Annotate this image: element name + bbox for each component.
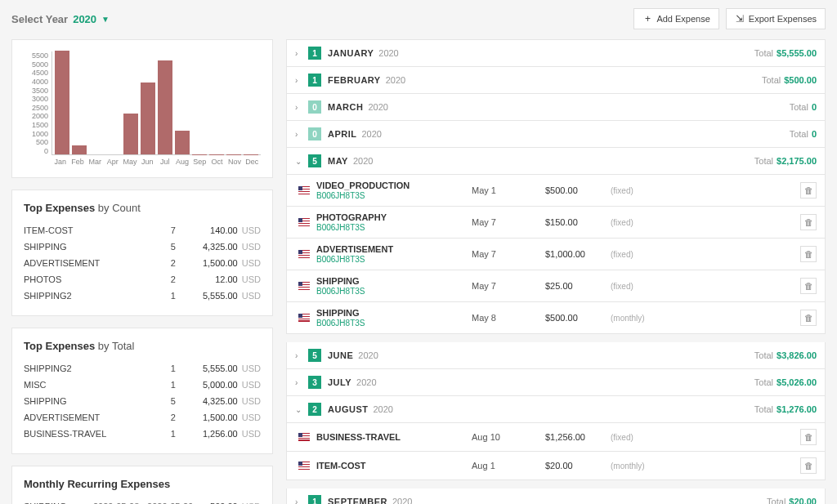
month-header-row[interactable]: ⌄ 5 MAY 2020 Total $2,175.00 [286, 148, 826, 175]
delete-button[interactable]: 🗑 [800, 182, 817, 198]
expense-name: SHIPPING [316, 276, 472, 286]
month-name: JANUARY [328, 48, 374, 58]
expense-row: SHIPPINGB006JH8T3S May 8 $500.00 (monthl… [286, 302, 826, 334]
delete-button[interactable]: 🗑 [800, 214, 817, 230]
count-badge: 1 [308, 495, 321, 504]
month-name: SEPTEMBER [328, 497, 387, 504]
expense-row: ADVERTISEMENTB006JH8T3S May 7 $1,000.00 … [286, 239, 826, 270]
top-expenses-by-total-card: Top Expenses by Total SHIPPING215,555.00… [11, 328, 273, 454]
total-label: Total [762, 75, 781, 85]
monthly-chart-card: 5500500045004000350030002500200015001000… [11, 39, 273, 178]
plus-icon: + [642, 14, 652, 24]
month-name: MAY [328, 156, 348, 166]
total-label: Total [754, 156, 773, 166]
chart-y-axis: 5500500045004000350030002500200015001000… [24, 51, 51, 155]
year-selector-label: Select Year [11, 13, 68, 25]
delete-button[interactable]: 🗑 [800, 278, 817, 294]
year-selector[interactable]: Select Year 2020 ▼ [11, 13, 110, 25]
card-title: Top Expenses by Count [24, 202, 261, 214]
flag-icon [298, 250, 310, 258]
expense-name: PHOTOGRAPHY [316, 212, 472, 222]
count-badge: 5 [308, 154, 321, 167]
count-badge: 1 [308, 47, 321, 60]
count-badge: 5 [308, 349, 321, 362]
expense-date: May 8 [472, 313, 545, 323]
table-row: SHIPPING54,325.00 USD [24, 393, 261, 409]
expense-amount: $500.00 [545, 313, 611, 323]
month-header-row[interactable]: › 0 MARCH 2020 Total 0 [286, 94, 826, 121]
month-year: 2020 [358, 350, 378, 360]
chevron-right-icon: › [295, 49, 308, 58]
card-title: Monthly Recurring Expenses [24, 478, 261, 490]
expense-subcode: B006JH8T3S [316, 191, 472, 200]
add-expense-button[interactable]: + Add Expense [633, 8, 718, 29]
flag-icon [298, 433, 310, 441]
delete-button[interactable]: 🗑 [800, 246, 817, 262]
trash-icon: 🗑 [804, 432, 813, 442]
flag-icon [298, 282, 310, 290]
total-value: $500.00 [784, 75, 817, 85]
table-row: BUSINESS-TRAVEL11,256.00 USD [24, 426, 261, 442]
month-header-row[interactable]: › 1 SEPTEMBER 2020 Total $20.00 [286, 488, 826, 504]
total-value: 0 [812, 129, 817, 139]
chevron-right-icon: › [295, 76, 308, 85]
expense-date: May 7 [472, 249, 545, 259]
count-badge: 0 [308, 100, 321, 114]
month-header-row[interactable]: › 1 JANUARY 2020 Total $5,555.00 [286, 39, 826, 67]
chart-plot [51, 51, 261, 155]
expense-amount: $150.00 [545, 217, 611, 227]
flag-icon [298, 314, 310, 322]
chevron-right-icon: › [295, 497, 308, 505]
expense-name: VIDEO_PRODUCTION [316, 181, 472, 190]
expense-amount: $500.00 [545, 185, 611, 195]
flag-icon [298, 218, 310, 226]
total-label: Total [790, 102, 808, 112]
chart-bar [72, 145, 87, 154]
total-label: Total [754, 404, 773, 414]
top-expenses-by-count-card: Top Expenses by Count ITEM-COST7140.00 U… [11, 190, 273, 316]
expense-frequency: (monthly) [611, 462, 645, 471]
total-value: $3,826.00 [777, 350, 817, 360]
table-row: MISC15,000.00 USD [24, 377, 261, 393]
expense-amount: $25.00 [545, 281, 611, 291]
expense-amount: $1,256.00 [545, 432, 611, 442]
table-row: SHIPPING215,555.00 USD [24, 360, 261, 377]
table-row: ITEM-COST7140.00 USD [24, 222, 261, 239]
month-header-row[interactable]: › 5 JUNE 2020 Total $3,826.00 [286, 342, 826, 369]
total-value: $5,026.00 [777, 377, 817, 387]
card-title: Top Expenses by Total [24, 340, 261, 352]
trash-icon: 🗑 [804, 313, 813, 323]
month-header-row[interactable]: › 0 APRIL 2020 Total 0 [286, 121, 826, 148]
chart-x-axis: JanFebMarAprMayJunJulAugSepOctNovDec [24, 158, 261, 166]
month-year: 2020 [362, 129, 382, 139]
delete-button[interactable]: 🗑 [800, 457, 817, 474]
month-header-row[interactable]: ⌄ 2 AUGUST 2020 Total $1,276.00 [286, 396, 826, 423]
trash-icon: 🗑 [804, 249, 813, 259]
expense-row: BUSINESS-TRAVEL Aug 10 $1,256.00 (fixed)… [286, 423, 826, 452]
chevron-right-icon: › [295, 351, 308, 360]
table-row: ADVERTISEMENT21,500.00 USD [24, 409, 261, 426]
month-header-row[interactable]: › 3 JULY 2020 Total $5,026.00 [286, 369, 826, 396]
month-header-row[interactable]: › 1 FEBRUARY 2020 Total $500.00 [286, 67, 826, 94]
expense-amount: $1,000.00 [545, 249, 611, 259]
total-label: Total [754, 377, 773, 387]
count-badge: 0 [308, 127, 321, 140]
expense-name: SHIPPING [316, 308, 472, 318]
table-row: SHIPPING54,325.00 USD [24, 239, 261, 255]
chevron-right-icon: › [295, 378, 308, 387]
expense-row: SHIPPINGB006JH8T3S May 7 $25.00 (fixed) … [286, 270, 826, 302]
expense-frequency: (fixed) [611, 218, 633, 227]
expense-name: ADVERTISEMENT [316, 244, 472, 254]
expense-date: Aug 1 [472, 461, 545, 471]
delete-button[interactable]: 🗑 [800, 310, 817, 326]
total-value: 0 [812, 102, 817, 112]
month-name: JUNE [328, 350, 353, 360]
delete-button[interactable]: 🗑 [800, 429, 817, 445]
year-selector-value: 2020 [73, 13, 96, 25]
month-year: 2020 [373, 404, 392, 414]
total-value: $2,175.00 [777, 156, 817, 166]
expense-frequency: (fixed) [611, 250, 633, 259]
trash-icon: 🗑 [804, 281, 813, 291]
export-expenses-button[interactable]: ⇲ Export Expenses [726, 8, 826, 29]
month-name: JULY [328, 377, 351, 387]
